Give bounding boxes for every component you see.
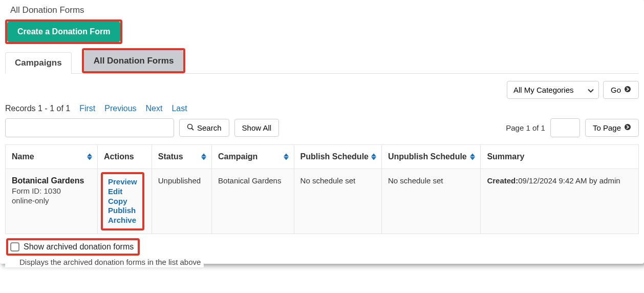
pager-previous[interactable]: Previous xyxy=(104,104,136,113)
action-edit[interactable]: Edit xyxy=(108,187,137,197)
go-button-label: Go xyxy=(611,86,621,94)
show-all-button[interactable]: Show All xyxy=(234,119,280,137)
col-campaign[interactable]: Campaign xyxy=(212,145,294,169)
tabs: Campaigns All Donation Forms xyxy=(5,48,639,74)
arrow-circle-right-icon xyxy=(624,123,631,132)
donation-forms-table: Name Actions Status Campaign xyxy=(5,144,639,234)
to-page-button[interactable]: To Page xyxy=(585,119,639,137)
cell-unpublish-schedule: No schedule set xyxy=(381,169,480,234)
cell-campaign: Botanical Gardens xyxy=(212,169,294,234)
tab-all-donation-forms[interactable]: All Donation Forms xyxy=(84,50,184,71)
col-actions-label: Actions xyxy=(104,152,134,161)
search-input[interactable] xyxy=(5,118,174,137)
page-number-input[interactable] xyxy=(550,118,580,137)
highlight-actions: Preview Edit Copy Publish Archive xyxy=(101,172,144,231)
search-icon xyxy=(187,123,194,132)
form-channel: online-only xyxy=(12,196,91,205)
form-name: Botanical Gardens xyxy=(12,176,91,185)
svg-line-2 xyxy=(192,129,194,131)
col-unpublish-label: Unpublish Schedule xyxy=(388,152,467,161)
svg-point-3 xyxy=(625,124,631,130)
tab-campaigns[interactable]: Campaigns xyxy=(5,52,72,74)
show-archived-checkbox[interactable] xyxy=(10,242,19,252)
page-info: Page 1 of 1 xyxy=(506,123,545,132)
col-name[interactable]: Name xyxy=(6,145,98,169)
cell-summary: Created:09/12/2024 9:42 AM by admin xyxy=(481,169,639,234)
col-status[interactable]: Status xyxy=(152,145,211,169)
create-donation-form-button[interactable]: Create a Donation Form xyxy=(7,22,120,42)
action-preview[interactable]: Preview xyxy=(108,177,137,187)
sort-icon xyxy=(87,154,92,160)
pager-next[interactable]: Next xyxy=(146,104,163,113)
col-status-label: Status xyxy=(158,152,183,161)
action-archive[interactable]: Archive xyxy=(108,216,137,225)
pager-first[interactable]: First xyxy=(79,104,95,113)
col-unpublish[interactable]: Unpublish Schedule xyxy=(381,145,480,169)
summary-label: Created: xyxy=(487,176,518,185)
show-archived-desc: Displays the archived donation forms in … xyxy=(19,258,201,266)
highlight-show-archived: Show archived donation forms xyxy=(6,238,140,256)
pager-last[interactable]: Last xyxy=(171,104,187,113)
form-id: Form ID: 1030 xyxy=(12,186,91,195)
action-copy[interactable]: Copy xyxy=(108,197,137,206)
col-name-label: Name xyxy=(12,152,34,161)
highlight-create: Create a Donation Form xyxy=(5,19,122,44)
go-button[interactable]: Go xyxy=(603,81,639,99)
sort-icon xyxy=(371,154,376,160)
action-publish[interactable]: Publish xyxy=(108,206,137,216)
show-archived-label: Show archived donation forms xyxy=(24,242,134,252)
col-publish-label: Publish Schedule xyxy=(300,152,369,161)
to-page-label: To Page xyxy=(593,123,621,132)
summary-value: 09/12/2024 9:42 AM by admin xyxy=(518,176,620,185)
table-row: Botanical Gardens Form ID: 1030 online-o… xyxy=(6,169,639,234)
cell-status: Unpublished xyxy=(152,169,211,234)
col-actions: Actions xyxy=(98,145,152,169)
category-select[interactable]: All My Categories xyxy=(507,81,599,99)
cell-publish-schedule: No schedule set xyxy=(294,169,381,234)
search-button[interactable]: Search xyxy=(179,119,229,137)
sort-icon xyxy=(284,154,289,160)
sort-icon xyxy=(201,154,206,160)
svg-point-1 xyxy=(188,124,192,129)
page-heading: All Donation Forms xyxy=(10,5,639,15)
col-campaign-label: Campaign xyxy=(218,152,257,161)
search-button-label: Search xyxy=(197,123,222,132)
col-summary: Summary xyxy=(481,145,639,169)
arrow-circle-right-icon xyxy=(624,86,631,94)
col-summary-label: Summary xyxy=(487,152,524,161)
records-count: Records 1 - 1 of 1 xyxy=(5,104,70,113)
sort-icon xyxy=(470,154,475,160)
svg-point-0 xyxy=(625,86,631,92)
highlight-tab-all-forms: All Donation Forms xyxy=(82,48,186,73)
col-publish[interactable]: Publish Schedule xyxy=(294,145,381,169)
